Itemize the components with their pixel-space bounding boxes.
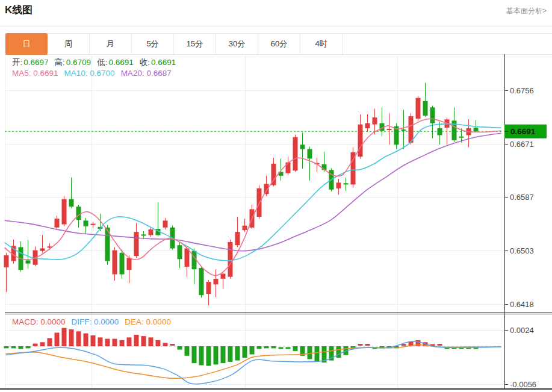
- macd-bar: [438, 344, 442, 346]
- candle: [416, 98, 421, 119]
- macd-bar: [134, 335, 139, 346]
- macd-bar: [358, 344, 363, 346]
- macd-bar: [257, 346, 262, 349]
- macd-bar: [62, 328, 67, 346]
- lg-macd-item-1: DIFF: 0.0000: [72, 317, 119, 326]
- candle: [474, 128, 479, 131]
- macd-bar: [113, 339, 117, 346]
- lg-ma-item-0: MA5: 0.6691: [12, 69, 58, 78]
- macd-bar: [91, 335, 96, 346]
- macd-bar: [315, 346, 320, 362]
- candle: [40, 249, 45, 251]
- macd-bar: [26, 346, 31, 348]
- candle: [178, 245, 182, 259]
- candle: [336, 182, 341, 188]
- macd-bar: [185, 346, 190, 356]
- macd-bar: [163, 343, 168, 346]
- macd-bar: [221, 346, 226, 363]
- candle: [308, 149, 312, 159]
- candle: [62, 199, 67, 225]
- macd-bar: [55, 333, 60, 347]
- candle: [438, 128, 442, 135]
- current-price-label: 0.6691: [510, 127, 536, 136]
- candle: [459, 137, 464, 138]
- candle: [300, 145, 305, 149]
- macd-bar: [141, 336, 146, 346]
- lg-ohlc-item-2: 低:0.6691: [97, 58, 134, 67]
- candle: [199, 268, 204, 295]
- candle: [286, 163, 291, 173]
- macd-bar: [69, 329, 74, 346]
- candle: [55, 219, 60, 228]
- candle: [113, 250, 117, 275]
- macd-bar: [228, 346, 233, 362]
- candle: [387, 129, 392, 130]
- macd-bar: [127, 337, 132, 346]
- macd-bar: [48, 338, 52, 347]
- candle: [91, 224, 96, 225]
- candle: [373, 117, 377, 125]
- candle: [69, 199, 74, 207]
- macd-bar: [156, 340, 161, 346]
- macd-bar: [11, 346, 16, 348]
- candle: [423, 101, 428, 116]
- candle: [149, 229, 154, 235]
- lg-macd-item-2: DEA: 0.0000: [125, 317, 171, 326]
- candle: [235, 232, 240, 245]
- macd-bar: [365, 344, 370, 346]
- ohlc-legend: 开:0.6697高:0.6709低:0.6691收:0.6691: [12, 57, 182, 68]
- candle: [365, 123, 370, 128]
- candle: [344, 183, 349, 184]
- candle: [185, 249, 190, 267]
- candle: [134, 232, 139, 256]
- lg-ma-item-2: MA20: 0.6687: [121, 69, 172, 78]
- candle: [243, 226, 247, 230]
- macd-legend: MACD: 0.0000DIFF: 0.0000DEA: 0.0000: [12, 317, 177, 326]
- macd-bar: [170, 344, 175, 346]
- macd-bar: [120, 340, 125, 346]
- macd-tick-0: 0.0024: [510, 326, 534, 335]
- macd-bar: [286, 347, 291, 349]
- macd-bar: [271, 346, 276, 348]
- macd-bar: [33, 344, 38, 347]
- price-tick-1: 0.6671: [510, 140, 534, 149]
- candle: [228, 242, 233, 277]
- candle: [293, 137, 298, 171]
- macd-bar: [293, 346, 298, 351]
- macd-bar: [84, 334, 88, 346]
- candle: [430, 107, 435, 123]
- macd-bar: [279, 347, 284, 349]
- candle: [26, 260, 31, 263]
- lg-ohlc-item-1: 高:0.6709: [55, 58, 91, 67]
- ma-legend: MA5: 0.6691MA10: 0.6700MA20: 0.6687: [12, 69, 178, 78]
- candle: [214, 279, 219, 285]
- macd-bar: [76, 331, 81, 346]
- lg-ohlc-item-0: 开:0.6697: [12, 58, 49, 67]
- candle: [127, 258, 132, 270]
- macd-bar: [199, 346, 204, 366]
- macd-bar: [250, 346, 255, 355]
- macd-bar: [235, 346, 240, 361]
- lg-macd-item-0: MACD: 0.0000: [12, 317, 66, 326]
- macd-bar: [192, 346, 197, 363]
- candle: [221, 274, 226, 279]
- candle: [120, 253, 125, 275]
- macd-tick-1: -0.0056: [510, 380, 536, 389]
- bottom-border: [0, 388, 552, 390]
- macd-bar: [19, 346, 23, 349]
- candle: [358, 125, 363, 157]
- macd-bar: [214, 346, 219, 364]
- candle: [206, 282, 211, 294]
- macd-bar: [243, 346, 247, 358]
- lg-ohlc-item-3: 收:0.6691: [140, 58, 176, 67]
- macd-bar: [40, 342, 45, 346]
- macd-bar: [98, 337, 103, 346]
- lg-ma-item-1: MA10: 0.6700: [64, 69, 115, 78]
- macd-bar: [178, 346, 182, 350]
- price-tick-3: 0.6503: [510, 246, 534, 255]
- macd-bar: [308, 346, 312, 359]
- macd-bar: [105, 339, 110, 346]
- candle: [409, 116, 414, 143]
- candle: [163, 220, 168, 228]
- price-tick-0: 0.6756: [510, 86, 534, 95]
